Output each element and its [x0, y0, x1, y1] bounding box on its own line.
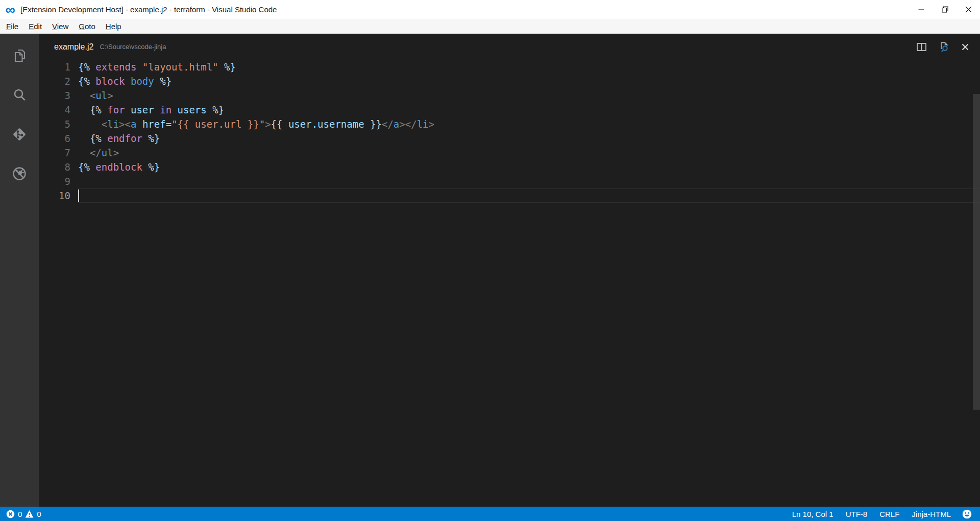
- code-line-6: 6 {% endfor %}: [39, 131, 980, 146]
- line-text: {% for user in users %}: [78, 103, 980, 117]
- debug-disabled-icon: [12, 166, 27, 181]
- vscode-logo-icon: ∞: [4, 4, 16, 16]
- activity-search[interactable]: [0, 75, 39, 114]
- line-number: 7: [39, 146, 78, 160]
- editor-actions: [917, 42, 969, 52]
- close-editor-button[interactable]: [962, 43, 969, 51]
- restore-icon: [942, 6, 948, 13]
- line-text: {% endfor %}: [78, 131, 980, 146]
- line-number: 6: [39, 131, 78, 146]
- editor-scrollbar: [973, 60, 980, 507]
- code-line-10: 10: [39, 188, 980, 203]
- warning-icon: [25, 510, 34, 518]
- open-preview-icon: [939, 42, 949, 52]
- open-file-name: example.j2: [54, 42, 93, 52]
- menu-view[interactable]: View: [47, 20, 74, 32]
- editor-scrollbar-thumb[interactable]: [973, 94, 980, 410]
- line-number: 10: [39, 188, 78, 203]
- open-file-path: C:\Source\vscode-jinja: [100, 43, 166, 51]
- warning-count: 0: [37, 510, 41, 518]
- split-editor-icon: [917, 43, 926, 51]
- code-line-1: 1{% extends "layout.html" %}: [39, 60, 980, 74]
- code-line-3: 3 <ul>: [39, 88, 980, 103]
- line-text: <li><a href="{{ user.url }}">{{ user.use…: [78, 117, 980, 131]
- code-editor[interactable]: 1{% extends "layout.html" %}2{% block bo…: [39, 60, 980, 507]
- minimize-icon: [918, 7, 924, 13]
- files-icon: [12, 48, 27, 63]
- line-text: {% endblock %}: [78, 160, 980, 174]
- code-line-2: 2{% block body %}: [39, 74, 980, 88]
- line-number: 9: [39, 174, 78, 188]
- line-number: 3: [39, 88, 78, 103]
- menu-edit[interactable]: Edit: [23, 20, 47, 32]
- activity-debug[interactable]: [0, 154, 39, 193]
- close-button[interactable]: [957, 0, 980, 19]
- line-number: 8: [39, 160, 78, 174]
- titlebar: ∞ [Extension Development Host] - example…: [0, 0, 980, 19]
- status-encoding[interactable]: UTF-8: [840, 510, 874, 518]
- editor-group: example.j2 C:\Source\vscode-jinja: [39, 34, 980, 507]
- close-icon: [965, 6, 972, 13]
- line-number: 1: [39, 60, 78, 74]
- minimize-button[interactable]: [910, 0, 933, 19]
- line-number: 5: [39, 117, 78, 131]
- line-text: [78, 188, 980, 203]
- text-cursor: [78, 190, 79, 202]
- status-problems[interactable]: 0 0: [0, 510, 41, 518]
- code-line-4: 4 {% for user in users %}: [39, 103, 980, 117]
- line-text: [78, 174, 980, 188]
- menu-goto[interactable]: Goto: [74, 20, 101, 32]
- close-icon: [962, 43, 969, 51]
- open-preview-button[interactable]: [939, 42, 949, 52]
- window-controls: [910, 0, 980, 19]
- statusbar-right: Ln 10, Col 1 UTF-8 CRLF Jinja-HTML: [786, 509, 980, 519]
- git-icon: [12, 127, 27, 142]
- code-line-8: 8{% endblock %}: [39, 160, 980, 174]
- window-title: [Extension Development Host] - example.j…: [20, 5, 277, 14]
- line-number: 2: [39, 74, 78, 88]
- line-text: {% extends "layout.html" %}: [78, 60, 980, 74]
- code-line-7: 7 </ul>: [39, 146, 980, 160]
- statusbar: 0 0 Ln 10, Col 1 UTF-8 CRLF Jinja-HTML: [0, 507, 980, 521]
- main-area: example.j2 C:\Source\vscode-jinja: [0, 34, 980, 507]
- status-cursor-position[interactable]: Ln 10, Col 1: [786, 510, 840, 518]
- error-count: 0: [18, 510, 22, 518]
- menu-help[interactable]: Help: [101, 20, 127, 32]
- activity-bar: [0, 34, 39, 507]
- activity-source-control[interactable]: [0, 114, 39, 154]
- feedback-button[interactable]: [957, 509, 975, 519]
- line-text: </ul>: [78, 146, 980, 160]
- activity-explorer[interactable]: [0, 36, 39, 75]
- line-number: 4: [39, 103, 78, 117]
- restore-button[interactable]: [933, 0, 957, 19]
- menubar: FileEditViewGotoHelp: [0, 19, 980, 34]
- line-text: <ul>: [78, 88, 980, 103]
- split-editor-button[interactable]: [917, 43, 926, 51]
- status-language-mode[interactable]: Jinja-HTML: [905, 510, 957, 518]
- status-eol[interactable]: CRLF: [873, 510, 905, 518]
- code-line-9: 9: [39, 174, 980, 188]
- code-line-5: 5 <li><a href="{{ user.url }}">{{ user.u…: [39, 117, 980, 131]
- feedback-smiley-icon: [962, 509, 972, 519]
- menu-file[interactable]: File: [1, 20, 23, 32]
- editor-title: example.j2 C:\Source\vscode-jinja: [39, 34, 980, 60]
- search-icon: [12, 87, 27, 103]
- line-text: {% block body %}: [78, 74, 980, 88]
- error-icon: [6, 510, 15, 518]
